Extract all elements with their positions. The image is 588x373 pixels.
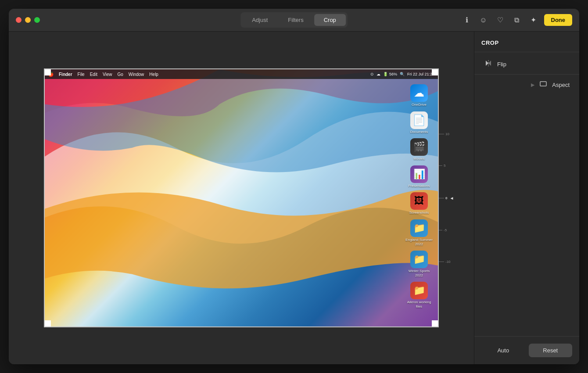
- desktop-icon-england-summer[interactable]: 📁 England Summer 2022: [404, 218, 434, 248]
- tab-filters[interactable]: Filters: [278, 14, 313, 26]
- minimize-button[interactable]: [25, 17, 31, 23]
- wave-overlay: [45, 69, 438, 326]
- image-container: 🍎 Finder File Edit View Go Window Help ⊙…: [44, 68, 439, 327]
- crop-handle-top-left[interactable]: [44, 68, 51, 75]
- menu-go: Go: [117, 72, 123, 77]
- panel-header: CROP: [474, 32, 579, 52]
- menu-edit: Edit: [90, 72, 97, 77]
- menu-finder: Finder: [59, 72, 72, 77]
- menu-bar-right: ⊙ ☁ 🔋 56% 🔍 Fri 22 Jul 21:27: [370, 72, 434, 76]
- panel-title: CROP: [481, 39, 499, 46]
- title-bar: Adjust Filters Crop ℹ ☺ ♡ ⧉ ✦ Done: [9, 9, 579, 32]
- reset-button[interactable]: Reset: [529, 344, 573, 357]
- desktop-icons: ☁ OneDrive 📄 Documents 🎬: [404, 82, 434, 311]
- ruler-tick-neg5: -5: [439, 228, 447, 232]
- desktop-screenshot: 🍎 Finder File Edit View Go Window Help ⊙…: [44, 68, 439, 327]
- ruler-tick-neg10: -10: [439, 260, 451, 264]
- toolbar-right: ℹ ☺ ♡ ⧉ ✦ Done: [461, 14, 573, 26]
- menu-file: File: [78, 72, 85, 77]
- heart-icon[interactable]: ♡: [494, 14, 506, 26]
- face-icon[interactable]: ☺: [477, 14, 490, 26]
- tab-crop[interactable]: Crop: [314, 14, 346, 26]
- menu-view: View: [103, 72, 112, 77]
- svg-rect-1: [540, 82, 546, 86]
- magic-icon[interactable]: ✦: [527, 14, 540, 26]
- desktop-icon-aileron[interactable]: 📁 Aileron working files: [404, 280, 434, 310]
- info-icon[interactable]: ℹ: [461, 14, 473, 26]
- rotation-ruler: 10 5 0 ◄ -5: [439, 132, 452, 264]
- flip-label: Flip: [497, 61, 506, 68]
- ruler-tick-0: 0 ◄: [439, 196, 454, 201]
- crop-handle-bottom-left[interactable]: [44, 320, 51, 327]
- right-panel: CROP Flip ▶: [474, 32, 579, 364]
- panel-row-flip[interactable]: Flip: [477, 56, 577, 72]
- done-button[interactable]: Done: [544, 14, 573, 26]
- canvas-area: 🍎 Finder File Edit View Go Window Help ⊙…: [9, 32, 474, 364]
- flip-icon: [484, 59, 493, 69]
- panel-row-aspect[interactable]: ▶ Aspect: [477, 76, 577, 93]
- desktop-icon-winter-sports[interactable]: 📁 Winter Sports 2022: [404, 249, 434, 279]
- desktop-icon-documents[interactable]: 📄 Documents: [404, 110, 434, 136]
- panel-divider: [474, 74, 579, 75]
- main-content: 🍎 Finder File Edit View Go Window Help ⊙…: [9, 32, 579, 364]
- ruler-tick-10: 10: [439, 132, 449, 136]
- auto-button[interactable]: Auto: [481, 344, 525, 357]
- aspect-icon: [539, 80, 548, 90]
- close-button[interactable]: [16, 17, 22, 23]
- desktop-icon-screenshots[interactable]: 🖼 Screenshots: [404, 190, 434, 217]
- aspect-label: Aspect: [552, 82, 570, 88]
- menu-bar: 🍎 Finder File Edit View Go Window Help ⊙…: [45, 69, 438, 79]
- crop-handle-bottom-right[interactable]: [432, 320, 439, 327]
- ruler-tick-5: 5: [439, 164, 445, 168]
- panel-footer: Auto Reset: [474, 336, 579, 364]
- desktop-icon-movies[interactable]: 🎬 Movies: [404, 136, 434, 163]
- desktop-icon-presentations[interactable]: 📊 Presentations: [404, 164, 434, 190]
- menu-help: Help: [149, 72, 158, 77]
- app-window: Adjust Filters Crop ℹ ☺ ♡ ⧉ ✦ Done: [9, 9, 579, 364]
- panel-section: Flip ▶ Aspect: [474, 52, 579, 97]
- crop-handle-top-right[interactable]: [432, 68, 439, 75]
- desktop-icon-onedrive[interactable]: ☁ OneDrive: [404, 82, 434, 109]
- maximize-button[interactable]: [34, 17, 40, 23]
- duplicate-icon[interactable]: ⧉: [511, 14, 523, 26]
- traffic-lights: [16, 17, 40, 23]
- toolbar-tabs: Adjust Filters Crop: [240, 12, 348, 28]
- tab-adjust[interactable]: Adjust: [242, 14, 277, 26]
- aspect-expand-icon: ▶: [531, 82, 534, 88]
- menu-window: Window: [129, 72, 144, 77]
